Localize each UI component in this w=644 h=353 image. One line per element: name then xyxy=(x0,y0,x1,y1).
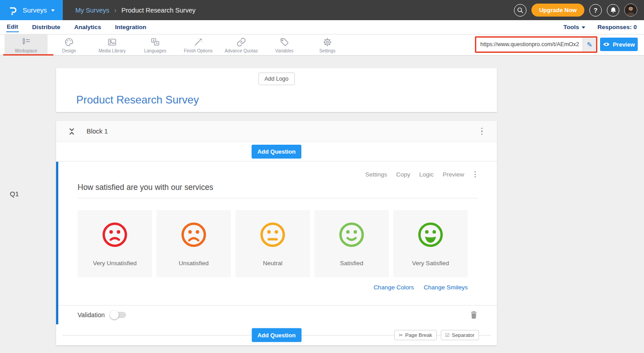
tab-distribute[interactable]: Distribute xyxy=(32,22,61,32)
separator-button[interactable]: ☑ Separator xyxy=(441,330,479,340)
smiley-customize-links: Change Colors Change Smileys xyxy=(58,284,468,291)
search-icon xyxy=(517,7,524,14)
workspace-label: Workspace xyxy=(15,48,37,53)
chevron-down-icon xyxy=(582,26,585,29)
block-menu-button[interactable] xyxy=(479,126,485,137)
option-label: Very Unsatisfied xyxy=(93,260,137,267)
survey-url-field[interactable]: https://www.questionpro.com/t/AEmOx2 xyxy=(476,38,583,52)
questionpro-logo-icon xyxy=(8,5,18,16)
change-colors-link[interactable]: Change Colors xyxy=(374,284,414,291)
add-logo-button[interactable]: Add Logo xyxy=(258,73,295,85)
option-label: Neutral xyxy=(263,260,283,267)
design-label: Design xyxy=(62,48,76,53)
toolbar-item-variables[interactable]: Variables xyxy=(263,34,306,55)
survey-editor-column: Add Logo Product Research Survey Block 1… xyxy=(56,68,497,345)
validation-label: Validation xyxy=(78,311,104,319)
toolbar-item-finish-options[interactable]: Finish Options xyxy=(177,34,220,55)
separator-label: Separator xyxy=(452,332,474,338)
option-satisfied[interactable]: Satisfied xyxy=(314,210,389,277)
add-question-row-top: Add Question xyxy=(56,142,497,162)
question-copy-link[interactable]: Copy xyxy=(396,171,410,178)
magic-wand-icon xyxy=(193,38,203,47)
search-button[interactable] xyxy=(514,4,527,17)
toolbar-item-media-library[interactable]: Media Library xyxy=(91,34,134,55)
validation-toggle[interactable] xyxy=(110,312,126,318)
design-palette-icon xyxy=(64,38,74,47)
delete-question-button[interactable] xyxy=(470,311,477,319)
bell-icon xyxy=(610,7,617,14)
collapse-icon xyxy=(69,128,75,135)
question-mark-icon: ? xyxy=(594,7,598,14)
very-unsatisfied-smiley-icon xyxy=(101,221,129,250)
very-satisfied-smiley-icon xyxy=(417,221,444,250)
tab-edit[interactable]: Edit xyxy=(6,22,19,32)
toolbar-item-settings[interactable]: Settings xyxy=(306,34,349,55)
question-actions: Settings Copy Logic Preview xyxy=(58,162,497,179)
question-settings-link[interactable]: Settings xyxy=(365,171,387,178)
option-label: Unsatisfied xyxy=(179,260,209,267)
trash-icon xyxy=(470,311,477,319)
footer-insert-buttons: ✂ Page Break ☑ Separator xyxy=(394,330,479,340)
edit-toolbar: Workspace Design Media Library xyxy=(0,34,644,56)
add-question-button-bottom[interactable]: Add Question xyxy=(252,328,301,342)
block-card: Block 1 Add Question Settings Copy Logic… xyxy=(56,121,497,345)
gear-icon xyxy=(322,38,332,47)
toolbar-item-design[interactable]: Design xyxy=(48,34,91,55)
breadcrumb-my-surveys[interactable]: My Surveys xyxy=(75,7,109,14)
page-break-button[interactable]: ✂ Page Break xyxy=(394,330,436,340)
question-logic-link[interactable]: Logic xyxy=(419,171,434,178)
app-menu-label: Surveys xyxy=(22,6,47,14)
question-preview-link[interactable]: Preview xyxy=(443,171,464,178)
toolbar-item-languages[interactable]: A Languages xyxy=(134,34,177,55)
user-avatar[interactable] xyxy=(624,4,637,17)
option-unsatisfied[interactable]: Unsatisfied xyxy=(157,210,231,277)
settings-label: Settings xyxy=(319,48,335,53)
tools-menu[interactable]: Tools xyxy=(563,24,585,30)
question-menu-button[interactable] xyxy=(473,170,477,179)
breadcrumb: My Surveys › Product Research Survey xyxy=(75,6,196,14)
page-break-icon: ✂ xyxy=(399,332,403,338)
preview-label: Preview xyxy=(613,41,635,48)
topbar-actions: Upgrade Now ? xyxy=(514,4,644,17)
finish-options-label: Finish Options xyxy=(184,48,213,53)
change-smileys-link[interactable]: Change Smileys xyxy=(424,284,468,291)
nav-right: Tools Responses: 0 xyxy=(563,24,637,30)
top-bar: Surveys My Surveys › Product Research Su… xyxy=(0,0,644,20)
option-very-satisfied[interactable]: Very Satisfied xyxy=(393,210,468,277)
tag-icon xyxy=(279,38,289,47)
survey-title[interactable]: Product Research Survey xyxy=(76,94,199,106)
workspace-icon xyxy=(21,38,31,47)
question-card: Settings Copy Logic Preview How satisfie… xyxy=(56,162,497,324)
notifications-button[interactable] xyxy=(607,4,619,17)
collapse-block-button[interactable] xyxy=(69,128,75,135)
block-footer-row: Add Question ✂ Page Break ☑ Separator xyxy=(56,324,497,345)
help-button[interactable]: ? xyxy=(589,4,602,17)
question-number-label: Q1 xyxy=(10,190,19,198)
variables-label: Variables xyxy=(275,48,294,53)
satisfied-smiley-icon xyxy=(338,221,366,250)
surveys-app-menu[interactable]: Surveys xyxy=(0,0,63,20)
svg-text:A: A xyxy=(156,42,158,45)
avatar-photo xyxy=(625,4,637,16)
languages-label: Languages xyxy=(144,48,166,53)
advance-quotas-label: Advance Quotas xyxy=(225,48,258,53)
question-text[interactable]: How satisfied are you with our services xyxy=(78,183,478,198)
option-very-unsatisfied[interactable]: Very Unsatisfied xyxy=(78,210,152,277)
responses-count[interactable]: Responses: 0 xyxy=(597,24,637,30)
tab-integration[interactable]: Integration xyxy=(115,22,147,32)
preview-button[interactable]: Preview xyxy=(600,38,638,51)
block-title[interactable]: Block 1 xyxy=(87,128,108,135)
breadcrumb-separator: › xyxy=(114,6,117,14)
tab-analytics[interactable]: Analytics xyxy=(74,22,102,32)
chevron-down-icon xyxy=(51,9,55,12)
option-neutral[interactable]: Neutral xyxy=(235,210,310,277)
upgrade-now-button[interactable]: Upgrade Now xyxy=(531,4,584,17)
workspace-canvas: Q1 Add Logo Product Research Survey Bloc… xyxy=(0,56,644,353)
toolbar-item-advance-quotas[interactable]: Advance Quotas xyxy=(220,34,263,55)
tools-label: Tools xyxy=(563,24,579,30)
toolbar-item-workspace[interactable]: Workspace xyxy=(4,34,48,55)
languages-translate-icon: A xyxy=(150,38,160,47)
edit-url-button[interactable]: ✎ xyxy=(583,38,596,52)
add-question-button-top[interactable]: Add Question xyxy=(252,145,301,159)
validation-row: Validation xyxy=(58,305,497,324)
